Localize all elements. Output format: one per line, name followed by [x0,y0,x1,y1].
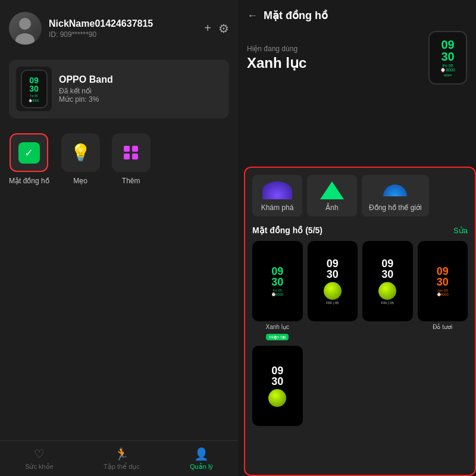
hero-steps: ⌚8000 [440,68,455,73]
anh-thumb [314,180,350,201]
action-them[interactable]: Thêm [112,133,151,185]
face1-hour: 09 [271,266,283,277]
hero-watch-display: 09 30 Fri 05 ⌚8000 oppo [428,31,467,84]
faces-grid: 09 30 Fri 05 ⌚8000 Xanh lục Hiện tại 09 [252,241,468,428]
user-header: NickName01424637815 ID: 909******90 + ⚙ [0,0,238,54]
svg-point-1 [15,33,35,45]
face4-label: Đỏ tươi [418,324,468,330]
hero-section: Hiện đang dùng Xanh lục 09 30 Fri 05 ⌚80… [238,28,476,93]
band-time-min: 30 [29,84,39,93]
header-icons: + ⚙ [204,21,229,36]
svg-point-0 [19,18,31,30]
faces-title: Mặt đồng hồ (5/5) [252,226,322,235]
avatar [9,12,42,45]
edit-button[interactable]: Sửa [453,226,468,235]
nav-tap-the-duc[interactable]: 🏃 Tập thể dục [104,447,140,471]
watch-face-icon: ✓ [18,142,40,164]
face4-steps: ⌚8000 [437,292,449,296]
face1-badge: Hiện tại [266,334,289,340]
grid-icon [124,146,138,160]
grid-dot-4 [132,154,138,159]
person-icon: 👤 [194,447,209,461]
face3-min: 30 [381,269,393,280]
face4-min: 30 [437,277,449,287]
face-card-style3[interactable]: 09 30 FRI | 05 [362,241,413,341]
face2-min: 30 [327,269,339,280]
exercise-icon: 🏃 [114,447,129,461]
right-panel: ← Mặt đồng hồ Hiện đang dùng Xanh lục 09… [238,0,476,476]
face-card-do-tuoi[interactable]: 09 30 Jun 05 ⌚8000 Đỏ tươi [418,241,468,341]
right-header: ← Mặt đồng hồ [238,0,476,28]
action-mat-dong-ho[interactable]: ✓ Mặt đồng hồ [9,133,49,185]
action-label-meo: Mẹo [73,177,87,185]
tab-dong-ho-the-gioi[interactable]: Đồng hồ thế giới [362,175,429,217]
heart-icon: ♡ [34,447,45,461]
add-icon[interactable]: + [204,21,211,35]
bottom-nav: ♡ Sức khỏe 🏃 Tập thể dục 👤 Quản lý [0,440,238,476]
username: NickName01424637815 [49,18,197,29]
face4-hour: 09 [437,266,449,277]
hero-date: Fri 05 [443,64,453,68]
tab-anh[interactable]: Ảnh [307,175,357,217]
device-card: 09 30 Fri 05 ⌚8000 OPPO Band Đã kết nối … [9,60,229,118]
watch-faces-overlay: Khám phá Ảnh Đồng hồ thế giới Mặt đồng h… [244,167,476,476]
page-title: Mặt đồng hồ [264,9,328,22]
face-card-xanh-luc[interactable]: 09 30 Fri 05 ⌚8000 Xanh lục Hiện tại [252,241,303,341]
grid-dot-3 [124,154,130,159]
face2-hour: 09 [327,258,339,269]
band-time-hour: 09 [29,76,39,84]
nav-label-suc-khoe: Sức khỏe [25,463,54,471]
grid-dot-2 [132,146,138,152]
device-name: OPPO Band [59,74,222,85]
nav-quan-ly[interactable]: 👤 Quản lý [190,447,213,471]
device-battery: Mức pin: 3% [59,95,222,104]
band-date: Fri 05 [30,94,38,98]
device-image: 09 30 Fri 05 ⌚8000 [16,67,52,111]
hero-time-min: 30 [441,51,454,62]
user-info: NickName01424637815 ID: 909******90 [49,18,197,39]
currently-using-label: Hiện đang dùng [247,45,419,53]
face1-label: Xanh lục [252,324,303,330]
nav-label-tap-the-duc: Tập thể dục [104,463,140,471]
user-id: ID: 909******90 [49,30,197,39]
band-screen: 09 30 Fri 05 ⌚8000 [21,70,48,108]
hero-time-hour: 09 [441,39,454,51]
face5-ball [268,389,286,407]
kham-pha-thumb [259,180,295,201]
hero-brand: oppo [444,73,452,77]
action-label-them: Thêm [122,177,140,185]
blue-half-icon [383,184,407,196]
device-connected: Đã kết nối [59,87,222,95]
anh-label: Ảnh [325,203,338,212]
check-icon: ✓ [24,146,33,159]
face2-date: FRI | 05 [326,301,339,305]
kham-pha-label: Khám phá [261,203,294,212]
teal-triangle-icon [320,181,344,199]
action-meo[interactable]: 💡 Mẹo [61,133,100,185]
grid-dot-1 [124,146,130,152]
face3-ball [378,282,396,300]
hero-text: Hiện đang dùng Xanh lục [247,45,419,71]
band-steps: ⌚8000 [29,99,39,102]
gear-icon[interactable]: ⚙ [218,21,229,36]
face3-date: FRI | 05 [381,301,394,305]
action-icon-them [112,133,151,172]
action-icon-mat-dong-ho: ✓ [10,133,48,172]
action-icon-meo: 💡 [61,133,100,172]
nav-suc-khoe[interactable]: ♡ Sức khỏe [25,447,54,471]
faces-header: Mặt đồng hồ (5/5) Sửa [252,226,468,235]
face-card-style5[interactable]: 09 30 [252,346,303,428]
world-clock-label: Đồng hồ thế giới [369,203,422,212]
nav-label-quan-ly: Quản lý [190,463,213,471]
quick-actions: ✓ Mặt đồng hồ 💡 Mẹo Thêm [0,124,238,194]
tab-kham-pha[interactable]: Khám phá [252,175,302,217]
back-button[interactable]: ← [247,10,258,22]
face-card-style2[interactable]: 09 30 FRI | 05 [308,241,358,341]
category-tabs: Khám phá Ảnh Đồng hồ thế giới [252,175,468,217]
face2-ball [324,282,342,300]
action-label-mat-dong-ho: Mặt đồng hồ [9,177,49,185]
face5-min: 30 [271,376,283,387]
face3-hour: 09 [381,258,393,269]
face5-hour: 09 [271,365,283,376]
face1-min: 30 [271,277,283,287]
